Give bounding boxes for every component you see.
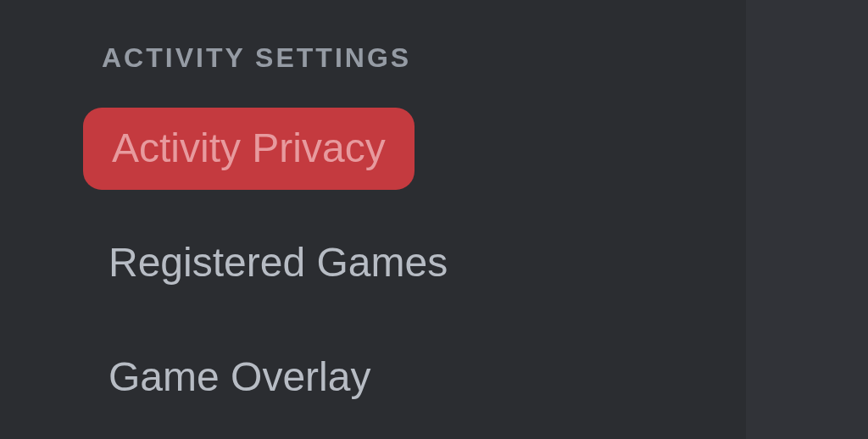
- section-header-activity-settings: ACTIVITY SETTINGS: [0, 42, 746, 108]
- sidebar-item-label: Registered Games: [108, 240, 448, 285]
- content-panel-edge: [746, 0, 868, 439]
- sidebar-item-game-overlay[interactable]: Game Overlay: [83, 336, 396, 419]
- sidebar-item-label: Game Overlay: [108, 354, 370, 399]
- sidebar-item-activity-privacy[interactable]: Activity Privacy: [83, 108, 415, 190]
- sidebar-item-registered-games[interactable]: Registered Games: [83, 222, 473, 304]
- settings-sidebar: ACTIVITY SETTINGS Activity Privacy Regis…: [0, 0, 746, 439]
- sidebar-item-label: Activity Privacy: [112, 125, 386, 170]
